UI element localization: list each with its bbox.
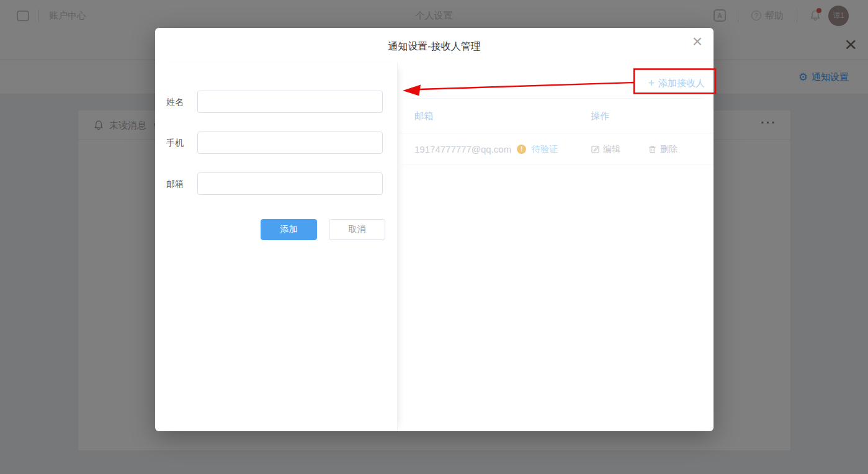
add-recipient-button[interactable]: + 添加接收人 <box>648 72 705 94</box>
plus-icon: + <box>648 78 655 89</box>
email-label: 邮箱 <box>166 172 195 195</box>
warning-icon: ! <box>517 145 526 154</box>
recipient-actions-cell: 编辑 删除 <box>591 133 678 165</box>
add-submit-button[interactable]: 添加 <box>261 219 317 240</box>
edit-button[interactable]: 编辑 <box>591 144 620 155</box>
status-badge[interactable]: 待验证 <box>532 144 558 155</box>
phone-label: 手机 <box>166 132 195 154</box>
add-recipient-label: 添加接收人 <box>658 78 705 89</box>
name-label: 姓名 <box>166 91 195 113</box>
recipients-table-header: 邮箱 操作 <box>398 98 714 133</box>
email-input[interactable] <box>197 172 383 195</box>
cancel-button[interactable]: 取消 <box>329 219 385 240</box>
name-input[interactable] <box>197 91 383 113</box>
trash-icon <box>648 145 657 154</box>
column-header-email: 邮箱 <box>414 98 433 133</box>
table-row: 19174777777@qq.com ! 待验证 编辑 <box>398 133 714 165</box>
add-recipient-form: 姓名 手机 邮箱 添加 取消 <box>155 63 398 431</box>
recipients-list-panel: + 添加接收人 邮箱 操作 19174777777@qq.com ! 待验证 编… <box>398 63 714 431</box>
recipient-management-modal: 通知设置-接收人管理 × 姓名 手机 邮箱 添加 取消 + 添加接收人 邮箱 操… <box>155 28 714 431</box>
edit-icon <box>591 145 600 154</box>
modal-title: 通知设置-接收人管理 <box>155 40 714 53</box>
column-header-action: 操作 <box>591 98 609 133</box>
delete-label: 删除 <box>660 144 678 155</box>
recipient-email-cell: 19174777777@qq.com ! 待验证 <box>414 133 558 165</box>
edit-label: 编辑 <box>603 144 620 155</box>
phone-input[interactable] <box>197 132 383 154</box>
recipient-email: 19174777777@qq.com <box>414 144 511 154</box>
modal-close-icon[interactable]: × <box>692 33 702 50</box>
delete-button[interactable]: 删除 <box>648 144 678 155</box>
